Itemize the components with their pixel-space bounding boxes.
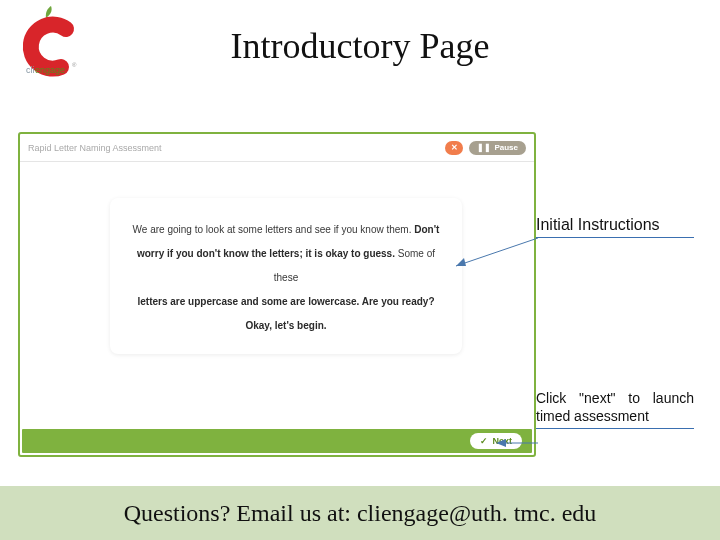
next-label: Next (492, 436, 512, 446)
app-footer: ✓ Next (22, 429, 532, 453)
slide: cli engage ® Introductory Page Rapid Let… (0, 0, 720, 540)
assessment-title: Rapid Letter Naming Assessment (28, 143, 162, 153)
pause-button[interactable]: ❚❚ Pause (469, 141, 526, 155)
footer-text: Questions? Email us at: cliengage@uth. t… (124, 500, 597, 527)
callout-click-next: Click "next" to launch timed assessment (536, 390, 694, 429)
pause-label: Pause (494, 143, 518, 152)
footer-bar: Questions? Email us at: cliengage@uth. t… (0, 486, 720, 540)
instructions-card: We are going to look at some letters and… (110, 198, 462, 354)
app-header: Rapid Letter Naming Assessment ✕ ❚❚ Paus… (20, 134, 534, 162)
close-icon: ✕ (451, 143, 458, 152)
pause-icon: ❚❚ (477, 143, 491, 152)
page-title: Introductory Page (0, 25, 720, 67)
app-screenshot: Rapid Letter Naming Assessment ✕ ❚❚ Paus… (18, 132, 536, 457)
check-icon: ✓ (480, 436, 488, 446)
callout-initial-instructions: Initial Instructions (536, 216, 694, 238)
instruction-text: We are going to look at some letters and… (130, 218, 442, 338)
close-button[interactable]: ✕ (445, 141, 463, 155)
next-button[interactable]: ✓ Next (470, 433, 522, 449)
